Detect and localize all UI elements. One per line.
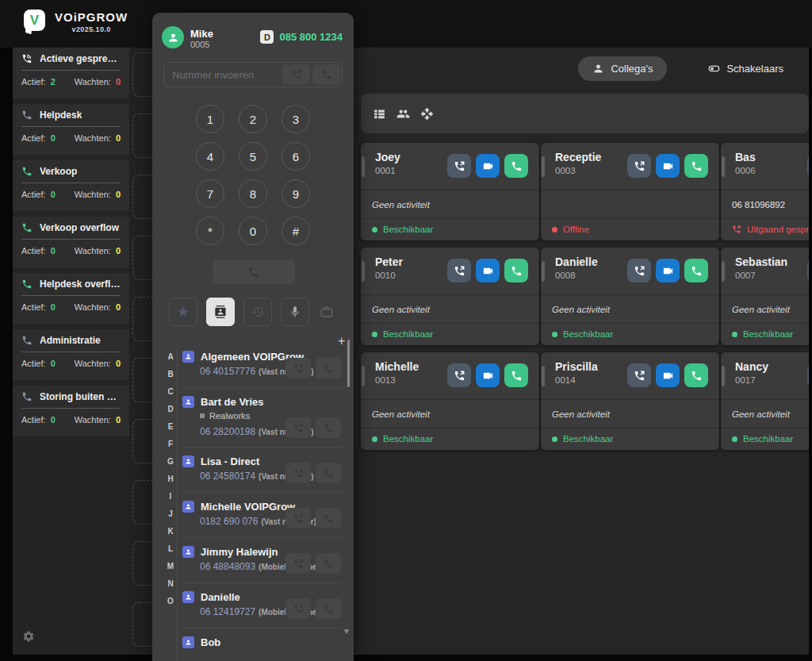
alphabet-letter[interactable]: F <box>168 440 173 448</box>
call-button[interactable] <box>316 553 341 574</box>
drag-handle[interactable] <box>542 156 545 177</box>
video-call-button[interactable] <box>656 259 680 282</box>
contact-row[interactable]: Bart de Vries Realworks 06 28200198(Vast… <box>182 388 343 448</box>
alphabet-letter[interactable]: M <box>167 562 174 571</box>
keypad-key-1[interactable]: 1 <box>196 105 224 133</box>
call-button[interactable] <box>316 417 341 438</box>
settings-gear-icon[interactable] <box>22 630 35 643</box>
drag-handle[interactable] <box>722 261 725 282</box>
transfer-call-button[interactable] <box>285 417 311 438</box>
drag-handle[interactable] <box>722 156 725 177</box>
alphabet-letter[interactable]: A <box>167 352 173 361</box>
contact-row[interactable]: Danielle 06 12419727(Mobiel nummer) <box>182 583 343 628</box>
call-button[interactable] <box>684 154 708 178</box>
call-button[interactable] <box>684 259 708 282</box>
alphabet-letter[interactable]: J <box>168 509 173 518</box>
keypad-key-8[interactable]: 8 <box>239 179 267 208</box>
contact-row[interactable]: Michelle VOIPGrow 0182 690 076(Vast numm… <box>182 493 343 538</box>
queue-item[interactable]: Administratie Actief: 0 Wachten: 0 <box>13 329 129 380</box>
drag-handle[interactable] <box>362 156 365 177</box>
call-button[interactable] <box>316 598 341 619</box>
keypad-key-#[interactable]: # <box>282 217 310 245</box>
keypad-key-4[interactable]: 4 <box>196 142 224 171</box>
transfer-call-button[interactable] <box>627 154 651 178</box>
transfer-call-button[interactable] <box>807 363 809 387</box>
voicemail-button[interactable] <box>281 298 309 326</box>
transfer-call-button[interactable] <box>447 363 471 387</box>
dial-call-button[interactable] <box>213 259 295 284</box>
alphabet-letter[interactable]: D <box>167 405 173 413</box>
transfer-call-button[interactable] <box>285 508 311 528</box>
video-call-button[interactable] <box>476 154 500 178</box>
drag-handle[interactable] <box>362 261 365 282</box>
keypad-key-*[interactable]: * <box>196 217 224 245</box>
keypad-key-0[interactable]: 0 <box>239 217 267 245</box>
queue-item[interactable]: Helpdesk Actief: 0 Wachten: 0 <box>13 104 129 155</box>
list-view-icon[interactable] <box>373 107 386 121</box>
outgoing-line[interactable]: D 085 800 1234 <box>260 30 343 44</box>
video-call-button[interactable] <box>656 363 680 387</box>
contact-row[interactable]: Algemeen VOIPGrow 06 40157776(Vast numme… <box>182 343 343 388</box>
contact-row[interactable]: Lisa - Direct 06 24580174(Vast nummer) <box>182 448 343 493</box>
contact-row[interactable]: Jimmy Halewijn 06 48848093(Mobiel nummer… <box>182 538 343 583</box>
queue-item[interactable]: Helpdesk overflow Actief: 0 Wachten: 0 <box>13 273 129 324</box>
transfer-call-button[interactable] <box>285 463 311 483</box>
drag-handle[interactable] <box>542 261 545 282</box>
call-button[interactable] <box>316 463 341 483</box>
queue-item[interactable]: Verkoop overflow Actief: 0 Wachten: 0 <box>13 217 129 267</box>
transfer-call-button[interactable] <box>285 553 311 574</box>
alphabet-letter[interactable]: K <box>167 527 173 536</box>
keypad-key-9[interactable]: 9 <box>282 179 310 208</box>
briefcase-icon[interactable] <box>319 304 335 320</box>
favorites-button[interactable] <box>169 298 197 326</box>
transfer-call-button[interactable] <box>447 259 471 282</box>
queue-item[interactable]: Actieve gesprekken Actief: 2 Wachten: 0 <box>13 48 129 98</box>
alphabet-letter[interactable]: I <box>170 492 172 501</box>
keypad-key-7[interactable]: 7 <box>196 179 224 208</box>
alphabet-letter[interactable]: E <box>168 422 174 431</box>
queue-item[interactable]: Verkoop Actief: 0 Wachten: 0 <box>13 160 129 211</box>
chevron-down-icon[interactable]: ▼ <box>343 627 350 636</box>
contact-row[interactable]: Bob <box>182 628 343 661</box>
video-call-button[interactable] <box>476 363 500 387</box>
alphabet-letter[interactable]: L <box>168 544 173 553</box>
call-button[interactable] <box>504 259 528 282</box>
call-button[interactable] <box>684 363 708 387</box>
transfer-call-button[interactable] <box>447 154 471 178</box>
tab-schakelaars[interactable]: Schakelaars <box>694 56 798 81</box>
alphabet-letter[interactable]: O <box>167 597 174 605</box>
transfer-call-button[interactable] <box>627 259 651 282</box>
queue-item[interactable]: Storing buiten open… Actief: 0 Wachten: … <box>13 386 129 436</box>
alphabet-letter[interactable]: G <box>167 457 174 466</box>
history-button[interactable] <box>243 298 272 326</box>
video-call-button[interactable] <box>476 259 500 282</box>
number-input[interactable] <box>166 69 280 81</box>
rearrange-icon[interactable] <box>420 107 434 121</box>
group-view-icon[interactable] <box>396 107 410 121</box>
tab-collegas[interactable]: Collega's <box>578 56 667 81</box>
transfer-call-button[interactable] <box>285 598 311 619</box>
alphabet-letter[interactable]: N <box>167 579 173 588</box>
drag-handle[interactable] <box>542 366 545 386</box>
contacts-button[interactable] <box>206 298 235 326</box>
alphabet-letter[interactable]: H <box>167 475 173 483</box>
alphabet-letter[interactable]: B <box>167 370 173 379</box>
keypad-key-2[interactable]: 2 <box>239 105 267 133</box>
drag-handle[interactable] <box>722 366 725 386</box>
transfer-call-button[interactable] <box>627 363 651 387</box>
scrollbar-thumb[interactable] <box>347 340 350 387</box>
call-button[interactable] <box>316 508 341 528</box>
transfer-call-button[interactable] <box>285 358 311 379</box>
transfer-call-button[interactable] <box>282 64 310 85</box>
video-call-button[interactable] <box>656 154 680 178</box>
alphabet-letter[interactable]: C <box>167 387 173 396</box>
transfer-call-button[interactable] <box>807 154 809 178</box>
call-button[interactable] <box>316 358 341 379</box>
call-button[interactable] <box>504 154 528 178</box>
keypad-key-5[interactable]: 5 <box>239 142 267 171</box>
keypad-key-3[interactable]: 3 <box>282 105 310 133</box>
call-button[interactable] <box>312 64 340 85</box>
keypad-key-6[interactable]: 6 <box>282 142 310 171</box>
call-button[interactable] <box>504 363 528 387</box>
drag-handle[interactable] <box>362 366 365 386</box>
